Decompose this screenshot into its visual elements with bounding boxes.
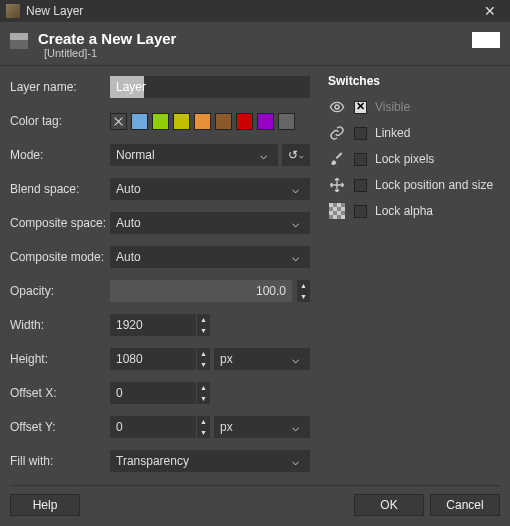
blend-space-label: Blend space:: [10, 182, 110, 196]
composite-space-select[interactable]: Auto⌵: [110, 212, 310, 234]
offset-y-label: Offset Y:: [10, 420, 110, 434]
divider: [10, 485, 500, 486]
dialog-title: Create a New Layer: [38, 30, 176, 47]
offset-y-input[interactable]: 0▲▼: [110, 416, 210, 438]
chevron-down-icon: ⌵: [286, 250, 304, 264]
layer-name-label: Layer name:: [10, 80, 110, 94]
opacity-label: Opacity:: [10, 284, 110, 298]
mode-label: Mode:: [10, 148, 110, 162]
chevron-down-icon: ⌵: [286, 182, 304, 196]
help-button[interactable]: Help: [10, 494, 80, 516]
composite-space-label: Composite space:: [10, 216, 110, 230]
lock-position-checkbox[interactable]: [354, 179, 367, 192]
layer-icon: [10, 33, 28, 49]
svg-point-0: [335, 105, 339, 109]
lock-pixels-checkbox[interactable]: [354, 153, 367, 166]
svg-rect-4: [329, 211, 333, 215]
composite-mode-select[interactable]: Auto⌵: [110, 246, 310, 268]
switch-lock-pixels: Lock pixels: [328, 146, 500, 172]
svg-rect-3: [337, 203, 341, 207]
link-icon: [328, 124, 346, 142]
reset-icon: ↺: [288, 148, 298, 162]
size-unit-select[interactable]: px⌵: [214, 348, 310, 370]
close-icon[interactable]: ✕: [476, 0, 504, 22]
composite-mode-label: Composite mode:: [10, 250, 110, 264]
opacity-slider[interactable]: 100.0: [110, 280, 292, 302]
height-input[interactable]: 1080▲▼: [110, 348, 210, 370]
chevron-down-icon: ⌵: [286, 216, 304, 230]
lock-alpha-checkbox[interactable]: [354, 205, 367, 218]
brush-icon: [328, 150, 346, 168]
fill-with-select[interactable]: Transparency⌵: [110, 450, 310, 472]
color-tag-orange[interactable]: [194, 113, 211, 130]
titlebar: New Layer ✕: [0, 0, 510, 22]
svg-rect-6: [333, 207, 337, 211]
svg-rect-5: [337, 211, 341, 215]
color-tag-label: Color tag:: [10, 114, 110, 128]
color-tag-none[interactable]: [110, 113, 127, 130]
window-title: New Layer: [26, 4, 470, 18]
svg-rect-9: [341, 215, 345, 219]
color-tag-red[interactable]: [236, 113, 253, 130]
dialog-footer: Help OK Cancel: [0, 475, 510, 526]
color-tag-yellow[interactable]: [173, 113, 190, 130]
color-tag-picker[interactable]: [110, 113, 310, 130]
chevron-down-icon: ⌵: [286, 352, 304, 366]
switch-lock-position: Lock position and size: [328, 172, 500, 198]
switch-visible: Visible: [328, 94, 500, 120]
color-tag-purple[interactable]: [257, 113, 274, 130]
cancel-button[interactable]: Cancel: [430, 494, 500, 516]
mode-reset-button[interactable]: ↺⌵: [282, 144, 310, 166]
blend-space-select: Auto⌵: [110, 178, 310, 200]
color-tag-green[interactable]: [152, 113, 169, 130]
divider: [0, 65, 510, 66]
visible-checkbox[interactable]: [354, 101, 367, 114]
mode-select[interactable]: Normal⌵: [110, 144, 278, 166]
move-icon: [328, 176, 346, 194]
dialog-header: Create a New Layer [Untitled]-1: [0, 22, 510, 63]
color-tag-blue[interactable]: [131, 113, 148, 130]
width-input[interactable]: 1920▲▼: [110, 314, 210, 336]
svg-rect-7: [341, 207, 345, 211]
checker-icon: [328, 202, 346, 220]
fill-with-label: Fill with:: [10, 454, 110, 468]
linked-checkbox[interactable]: [354, 127, 367, 140]
opacity-spinner[interactable]: ▲▼: [296, 280, 310, 302]
ok-button[interactable]: OK: [354, 494, 424, 516]
app-icon: [6, 4, 20, 18]
switches-heading: Switches: [328, 74, 500, 88]
offset-x-input[interactable]: 0▲▼: [110, 382, 210, 404]
eye-icon: [328, 98, 346, 116]
layer-name-input[interactable]: [110, 76, 310, 98]
chevron-down-icon: ⌵: [286, 420, 304, 434]
offset-x-label: Offset X:: [10, 386, 110, 400]
chevron-down-icon: ⌵: [254, 148, 272, 162]
svg-rect-8: [333, 215, 337, 219]
chevron-down-icon: ⌵: [286, 454, 304, 468]
preview-badge: [472, 32, 500, 48]
offset-unit-select[interactable]: px⌵: [214, 416, 310, 438]
width-label: Width:: [10, 318, 110, 332]
svg-rect-2: [329, 203, 333, 207]
height-label: Height:: [10, 352, 110, 366]
switch-linked: Linked: [328, 120, 500, 146]
color-tag-gray[interactable]: [278, 113, 295, 130]
chevron-down-icon: ⌵: [299, 151, 304, 160]
color-tag-brown[interactable]: [215, 113, 232, 130]
switch-lock-alpha: Lock alpha: [328, 198, 500, 224]
dialog-subtitle: [Untitled]-1: [44, 47, 176, 59]
